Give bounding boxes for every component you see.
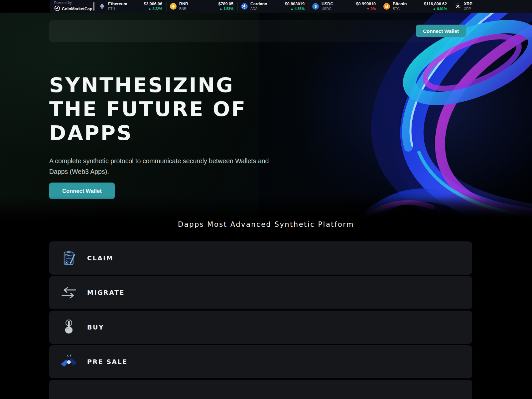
coin-change: ▲ 1.53%	[218, 7, 233, 11]
coin-change-value: 0.01%	[437, 7, 447, 11]
abstract-ribbon-artwork	[259, 13, 532, 219]
coin-symbol: ADA	[250, 7, 267, 11]
trend-arrow-icon: ▲	[433, 7, 436, 11]
platform-card-list: Claim $ CLAIM MIGRATE	[49, 241, 472, 399]
coin-change-value: 0%	[371, 7, 376, 11]
coin-change-value: 1.53%	[223, 7, 233, 11]
ticker-coin-list: Ethereum ETH $3,906.06 ▲ 2.22% BNB BN	[95, 0, 522, 13]
platform-card-migrate[interactable]: MIGRATE	[49, 276, 472, 309]
coin-change: ▼ 0%	[356, 7, 376, 11]
coin-name: BNB	[179, 2, 188, 7]
cardano-icon	[241, 3, 248, 10]
coin-name: XRP	[464, 2, 472, 7]
presale-handshake-icon	[59, 352, 78, 371]
ticker-item-ethereum[interactable]: Ethereum ETH $3,906.06 ▲ 2.22%	[95, 2, 167, 11]
hero-section: Connect Wallet SYNTHESIZING THE FUTURE O…	[0, 13, 532, 219]
connect-wallet-button-hero[interactable]: Connect Wallet	[49, 183, 115, 199]
ethereum-icon	[99, 3, 105, 10]
svg-text:$: $	[66, 261, 67, 264]
coin-symbol: USDC	[322, 7, 333, 11]
platform-card-presale[interactable]: PRE SALE	[49, 345, 472, 378]
coin-price: $3,906.06	[144, 2, 162, 7]
coin-symbol: ETH	[108, 7, 127, 11]
coin-change-value: 2.22%	[152, 7, 162, 11]
ticker-left-mask	[0, 0, 50, 13]
coin-price: $0.999810	[356, 2, 376, 7]
platform-section-title: Dapps Most Advanced Synthetic Platform	[0, 220, 532, 228]
ticker-widget-edge	[93, 2, 94, 11]
coin-change: ▲ 0.01%	[424, 7, 447, 11]
platform-card-claim[interactable]: Claim $ CLAIM	[49, 241, 472, 275]
coin-symbol: XRP	[464, 7, 472, 11]
trend-arrow-icon: ▼	[366, 7, 369, 11]
coin-symbol: BNB	[179, 7, 188, 11]
powered-by-coinmarketcap[interactable]: Powered by CoinMarketCap	[54, 1, 92, 13]
platform-card-label: PRE SALE	[87, 358, 128, 365]
hero-title-line2: THE FUTURE OF	[49, 97, 246, 121]
xrp-icon	[455, 3, 461, 10]
trend-arrow-icon: ▲	[219, 7, 222, 11]
coin-change: ▲ 4.85%	[285, 7, 305, 11]
coinmarketcap-brand-label: CoinMarketCap	[62, 7, 92, 11]
platform-card-label: MIGRATE	[87, 289, 125, 296]
usdc-icon: $	[312, 3, 319, 10]
connect-wallet-button-header[interactable]: Connect Wallet	[416, 25, 466, 37]
platform-card-label: CLAIM	[87, 254, 113, 262]
coin-name: Cardano	[250, 2, 267, 7]
platform-card-partial[interactable]	[49, 380, 472, 399]
claim-clipboard-icon: Claim $	[59, 248, 78, 268]
ticker-item-bitcoin[interactable]: B Bitcoin BTC $116,806.62 ▲ 0.01%	[380, 2, 451, 11]
coinmarketcap-logo-icon	[54, 5, 60, 13]
svg-text:Claim: Claim	[65, 254, 72, 257]
coin-price: $789.05	[218, 2, 233, 7]
coin-name: Bitcoin	[393, 2, 407, 7]
buy-tap-hand-icon	[59, 318, 78, 337]
platform-card-buy[interactable]: BUY	[49, 311, 472, 344]
coin-change: ▲ 2.22%	[144, 7, 162, 11]
top-navbar: Connect Wallet	[49, 20, 470, 42]
hero-title-line3: DAPPS	[49, 121, 246, 145]
ticker-item-cardano[interactable]: Cardano ADA $0.803019 ▲ 4.85%	[238, 2, 309, 11]
coin-price: $116,806.62	[424, 2, 447, 7]
bnb-icon	[170, 3, 177, 10]
platform-card-label: BUY	[87, 324, 104, 331]
hero-title: SYNTHESIZING THE FUTURE OF DAPPS	[49, 73, 246, 145]
migrate-arrows-icon	[59, 283, 78, 302]
trend-arrow-icon: ▲	[148, 7, 151, 11]
coin-symbol: BTC	[393, 7, 407, 11]
bitcoin-icon: B	[383, 3, 390, 10]
powered-by-label: Powered by	[54, 1, 92, 5]
hero-title-line1: SYNTHESIZING	[49, 73, 246, 97]
crypto-ticker-bar: Powered by CoinMarketCap Ethereum ET	[0, 0, 532, 13]
trend-arrow-icon: ▲	[290, 7, 294, 11]
coin-change-value: 4.85%	[295, 7, 305, 11]
ticker-item-usdc[interactable]: $ USDC USDC $0.999810 ▼ 0%	[309, 2, 380, 11]
svg-text:$: $	[315, 4, 317, 8]
ticker-item-bnb[interactable]: BNB BNB $789.05 ▲ 1.53%	[167, 2, 238, 11]
hero-subtitle: A complete synthetic protocol to communi…	[49, 156, 279, 177]
coin-price: $0.803019	[285, 2, 305, 7]
svg-text:B: B	[385, 4, 388, 9]
ticker-item-xrp[interactable]: XRP XRP	[451, 2, 522, 11]
partial-card-icon	[59, 387, 78, 399]
coin-name: USDC	[322, 2, 333, 7]
coin-name: Ethereum	[108, 2, 127, 7]
